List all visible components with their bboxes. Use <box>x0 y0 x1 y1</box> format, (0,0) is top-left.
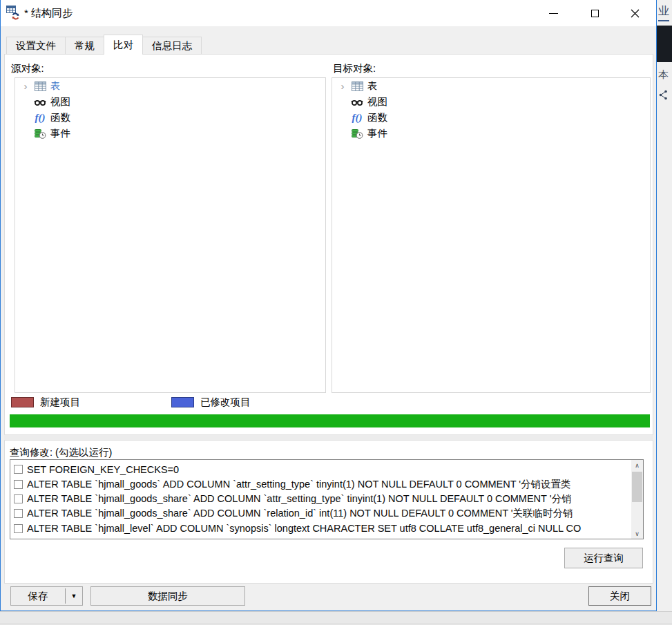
structure-sync-icon <box>6 6 21 20</box>
query-checkbox[interactable] <box>14 465 23 474</box>
tab-compare[interactable]: 比对 <box>104 35 143 55</box>
chevron-down-icon: ▼ <box>71 593 77 599</box>
chevron-right-icon[interactable]: › <box>336 78 349 94</box>
share-icon <box>659 90 668 103</box>
tab-general[interactable]: 常规 <box>65 37 104 55</box>
modified-items-label: 已修改项目 <box>200 396 251 409</box>
legend: 新建项目 已修改项目 <box>11 396 251 409</box>
query-checkbox[interactable] <box>14 524 23 533</box>
query-checkbox[interactable] <box>14 494 23 503</box>
minimize-icon <box>549 13 558 14</box>
query-sql-text: ALTER TABLE `hjmall_goods_share` ADD COL… <box>27 507 573 520</box>
screen: 业 本 <box>0 0 672 625</box>
divider <box>0 624 672 624</box>
target-tree-item-tables[interactable]: › 表 <box>332 78 650 94</box>
event-icon <box>349 128 365 140</box>
query-rows: SET FOREIGN_KEY_CHECKS=0 ALTER TABLE `hj… <box>10 460 630 539</box>
maximize-icon <box>591 10 599 17</box>
query-checkbox[interactable] <box>14 480 23 489</box>
progress-bar <box>10 414 650 427</box>
data-sync-button[interactable]: 数据同步 <box>90 586 245 606</box>
table-icon <box>349 81 365 91</box>
source-tree-item-functions[interactable]: f() 函数 <box>15 110 325 126</box>
tree-item-label: 事件 <box>50 127 70 140</box>
close-window-button[interactable] <box>620 0 651 26</box>
vertical-scrollbar[interactable]: ∧ ∨ <box>631 460 643 539</box>
query-row[interactable]: ALTER TABLE `hjmall_level` ADD COLUMN `s… <box>10 521 630 536</box>
maximize-button[interactable] <box>579 0 611 26</box>
target-tree-item-functions[interactable]: f() 函数 <box>332 110 650 126</box>
query-sql-text: ALTER TABLE `hjmall_level` ADD COLUMN `s… <box>27 523 581 534</box>
tree-item-label: 视图 <box>50 95 70 108</box>
query-modifications-label: 查询修改: (勾选以运行) <box>10 446 112 459</box>
view-icon <box>349 97 365 107</box>
query-row[interactable]: SET FOREIGN_KEY_CHECKS=0 <box>10 462 630 477</box>
query-sql-text: SET FOREIGN_KEY_CHECKS=0 <box>27 464 179 475</box>
tree-item-label: 函数 <box>367 111 387 124</box>
tree-item-label: 事件 <box>367 127 387 140</box>
save-button[interactable]: 保存 <box>11 587 65 605</box>
chevron-right-icon[interactable]: › <box>19 78 32 94</box>
window-title: * 结构同步 <box>24 7 73 20</box>
scrollbar-thumb[interactable] <box>632 472 642 502</box>
tree-item-label: 表 <box>50 79 61 93</box>
titlebar[interactable]: * 结构同步 <box>1 0 656 26</box>
query-row[interactable]: ALTER TABLE `hjmall_goods_share` ADD COL… <box>10 506 630 521</box>
source-objects-label: 源对象: <box>11 62 44 75</box>
source-tree-item-events[interactable]: 事件 <box>15 126 325 142</box>
source-tree-item-views[interactable]: 视图 <box>15 94 325 110</box>
query-sql-text: ALTER TABLE `hjmall_goods_share` ADD COL… <box>27 492 571 506</box>
source-objects-tree[interactable]: › 表 <box>15 77 326 393</box>
background-app-right-strip: 业 本 <box>657 0 672 611</box>
query-row[interactable]: ALTER TABLE `hjmall_goods` ADD COLUMN `a… <box>10 477 630 491</box>
close-icon <box>631 9 640 18</box>
function-icon: f() <box>349 112 365 124</box>
new-items-swatch <box>11 397 34 407</box>
background-partial-text-2: 本 <box>658 68 669 81</box>
function-icon: f() <box>32 112 48 124</box>
tree-item-label: 函数 <box>50 111 70 124</box>
view-icon <box>32 97 48 107</box>
run-query-button[interactable]: 运行查询 <box>564 548 643 568</box>
target-objects-tree[interactable]: › 表 <box>332 77 651 393</box>
splitter-handle[interactable] <box>4 434 653 441</box>
minimize-button[interactable] <box>538 0 569 26</box>
scroll-up-icon[interactable]: ∧ <box>631 460 643 470</box>
modified-items-swatch <box>171 397 194 407</box>
target-tree-item-events[interactable]: 事件 <box>332 126 650 142</box>
tree-item-label: 表 <box>367 79 378 93</box>
close-button[interactable]: 关闭 <box>588 586 651 606</box>
query-row[interactable]: ALTER TABLE `hjmall_goods_share` ADD COL… <box>10 492 630 506</box>
new-items-label: 新建项目 <box>40 396 80 409</box>
query-sql-text: ALTER TABLE `hjmall_goods` ADD COLUMN `a… <box>27 478 571 491</box>
background-app-bottom-strip <box>0 611 672 625</box>
target-objects-label: 目标对象: <box>333 62 376 75</box>
background-dark-bar <box>657 26 672 62</box>
target-tree-item-views[interactable]: 视图 <box>332 94 650 110</box>
scroll-down-icon[interactable]: ∨ <box>631 528 643 539</box>
table-icon <box>32 81 48 91</box>
source-tree-item-tables[interactable]: › 表 <box>15 78 325 94</box>
tree-item-label: 视图 <box>367 95 387 108</box>
background-partial-text: 业 <box>658 4 669 21</box>
event-icon <box>32 128 48 140</box>
query-row-partial[interactable]: ALTER TABLE `hjmall_...` ADD COLUMN `...… <box>10 536 630 539</box>
tab-info-log[interactable]: 信息日志 <box>142 37 202 55</box>
compare-tab-page: 源对象: 目标对象: › 表 <box>4 54 653 584</box>
query-checkbox[interactable] <box>14 509 23 518</box>
tab-settings-file[interactable]: 设置文件 <box>6 37 66 55</box>
query-sql-text: ALTER TABLE `hjmall_...` ADD COLUMN `...… <box>27 538 240 539</box>
save-dropdown-button[interactable]: ▼ <box>66 587 82 605</box>
tab-strip: 设置文件 常规 比对 信息日志 <box>6 35 201 55</box>
query-list[interactable]: SET FOREIGN_KEY_CHECKS=0 ALTER TABLE `hj… <box>10 459 644 539</box>
save-split-button: 保存 ▼ <box>10 586 83 606</box>
structure-sync-dialog: * 结构同步 设置文件 常规 比对 信息日志 源对象: 目标对象: › <box>0 0 657 611</box>
